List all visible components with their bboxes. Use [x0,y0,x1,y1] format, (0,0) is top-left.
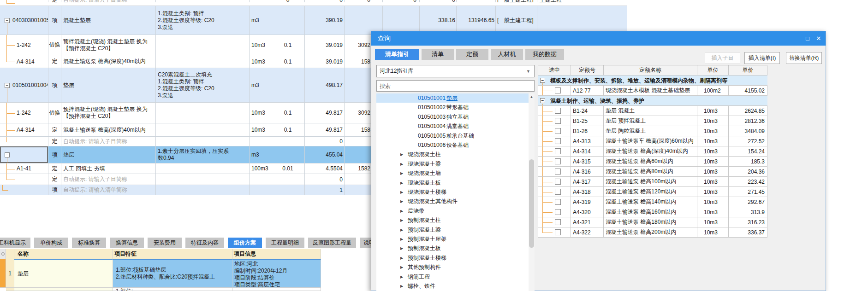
tree-leaf-item[interactable]: 010501003独立基础 [376,112,529,122]
tree-branch-item[interactable]: ▶钢筋工程 [376,272,529,281]
tree-branch-item[interactable]: ▶现浇混凝土梁 [376,159,529,169]
tree-expand-icon[interactable]: ▶ [400,265,408,269]
grid-row[interactable]: 定自动提示: 请输入子目简称00000[一般土建工程]土建工程 [0,0,627,6]
cell-feature[interactable]: 1.部位:筏板基础垫层 2.垫层材料种类、配合比:C20预拌混凝土 [113,259,232,288]
tree-expand-icon[interactable]: ▶ [400,256,408,260]
library-dropdown[interactable]: 河北12指引库 ▼ [376,65,535,77]
maximize-icon[interactable]: □ [802,31,814,46]
expand-minus-icon[interactable]: − [5,18,10,23]
tree-expand-icon[interactable]: ▶ [400,228,408,232]
expand-minus-icon[interactable]: − [5,83,10,88]
bottom-tab-2[interactable]: 单价构成 [34,238,68,248]
bottom-tab-7[interactable]: 组价方案 [228,238,262,248]
bottom-tab-8[interactable]: 工程量明细 [266,238,304,248]
cell-info[interactable]: 地区:河北 编制时间:2020年12月 项目阶段:结算价 项目类型:高层住宅 [232,259,321,288]
row-checkbox[interactable] [555,179,561,185]
tree-expand-icon[interactable]: ▶ [400,190,408,194]
close-icon[interactable]: ✕ [813,31,825,46]
dialog-tab-5[interactable]: 我的数据 [525,49,564,60]
scroll-up-icon[interactable]: ▲ [529,93,535,100]
quota-row[interactable]: A4-316混凝土输送泵 檐高80m以内10m3204.36 [538,167,767,177]
tree-branch-item[interactable]: ▶现浇混凝土其他构件 [376,197,529,206]
row-checkbox[interactable] [555,229,561,235]
quota-row[interactable]: A4-321混凝土输送泵 檐高180m以内10m3316.23 [538,217,767,227]
quota-row[interactable]: B1-24垫层 混凝土10m32624.85 [538,106,767,116]
tree-branch-item[interactable]: ▶预制混凝土屋架 [376,234,529,244]
tree-expand-icon[interactable]: ▶ [400,181,408,185]
tree-leaf-item[interactable]: 010501004满堂基础 [376,122,529,131]
dialog-tab-4[interactable]: 人材机 [491,49,523,60]
quota-row[interactable]: B1-25垫层 预拌混凝土10m32812.36 [538,116,767,126]
expand-minus-icon[interactable]: − [540,78,545,83]
tree-expand-icon[interactable]: ▶ [400,284,408,288]
row-checkbox[interactable] [555,87,561,93]
tree-expand-icon[interactable]: ▶ [400,152,408,157]
row-checkbox[interactable] [555,118,561,124]
row-checkbox[interactable] [555,199,561,205]
tree-branch-item[interactable]: ▶预制混凝土楼梯 [376,253,529,262]
tree-branch-item[interactable]: ▶现浇混凝土楼梯 [376,187,529,197]
dialog-titlebar[interactable]: 查询 □ ✕ [371,31,826,46]
bottom-tab-4[interactable]: 换算信息 [110,238,144,248]
row-checkbox[interactable] [555,128,561,134]
tree-scrollbar[interactable]: ▲ [529,93,535,291]
tree-branch-item[interactable]: ▶预制混凝土梁 [376,225,529,234]
row-checkbox[interactable] [555,169,561,175]
cell-name[interactable]: 垫层 [14,259,113,288]
row-checkbox[interactable] [555,219,561,225]
tree-branch-item[interactable]: ▶后浇带 [376,206,529,215]
quota-group-row[interactable]: −模板及支撑制作、安装、拆除、堆放、运输及清理模内杂物、刷隔离剂等 [538,76,767,86]
dialog-tab-1[interactable]: 清单指引 [375,49,419,60]
bottom-tab-5[interactable]: 安装费用 [148,238,182,248]
tree-expand-icon[interactable]: ▶ [400,275,408,279]
tree-leaf-item[interactable]: 010501006设备基础 [376,140,529,150]
bottom-tab-3[interactable]: 标准换算 [72,238,106,248]
tree-branch-item[interactable]: ▶螺栓、铁件 [376,281,529,291]
row-checkbox[interactable] [555,108,561,114]
quota-row[interactable]: A4-313混凝土输送泵车 檐高(深度)60m以内10m3272.52 [538,136,767,146]
quota-row[interactable]: B1-26垫层 陶粒混凝土10m33484.09 [538,126,767,136]
tree-leaf-item[interactable]: 010501005桩承台基础 [376,131,529,140]
quota-row[interactable]: A4-322混凝土输送泵 檐高200m以内10m3336.37 [538,227,767,238]
dialog-tab-2[interactable]: 清单 [422,49,454,60]
tree-leaf-item[interactable]: 010501001垫层 [376,93,529,103]
quota-row[interactable]: A4-315混凝土输送泵 檐高60m以内10m3185.3 [538,157,767,167]
bottom-tab-6[interactable]: 特征及内容 [185,238,224,248]
row-checkbox[interactable] [555,158,561,164]
quota-row[interactable]: A4-314混凝土输送泵 檐高(深度)40m以内10m3154.24 [538,146,767,157]
expand-minus-icon[interactable]: − [540,98,545,103]
row-checkbox[interactable] [555,189,561,195]
quota-row[interactable]: A4-320混凝土输送泵 檐高160m以内10m3313.9 [538,207,767,217]
quota-row[interactable]: A4-317混凝土输送泵 檐高100m以内10m3223.42 [538,177,767,187]
scrollbar-thumb[interactable] [529,159,534,248]
tree-branch-item[interactable]: ▶现浇混凝土墙 [376,169,529,178]
expand-minus-icon[interactable]: − [5,152,10,157]
search-input[interactable] [376,80,535,92]
quota-row[interactable]: A12-77现浇混凝土木模板 混凝土基础垫层100m24155.02 [538,86,767,96]
row-checkbox[interactable] [555,148,561,154]
tree-branch-item[interactable]: ▶现浇混凝土柱 [376,150,529,159]
tree-branch-item[interactable]: ▶预制混凝土板 [376,244,529,253]
tree-expand-icon[interactable]: ▶ [400,218,408,222]
tree-expand-icon[interactable]: ▶ [400,171,408,175]
tree-branch-item[interactable]: ▶现浇混凝土板 [376,178,529,187]
replace-list-button[interactable]: 替换清单(R) [786,52,822,64]
row-checkbox[interactable] [555,209,561,215]
quota-row[interactable]: A4-319混凝土输送泵 檐高140m以内10m3292.67 [538,197,767,207]
tree-expand-icon[interactable]: ▶ [400,199,408,204]
quota-group-row[interactable]: −混凝土制作、运输、浇筑、振捣、养护 [538,96,767,106]
tree-expand-icon[interactable]: ▶ [400,246,408,250]
bottom-tab-9[interactable]: 反查图形工程量 [308,238,356,248]
row-checkbox[interactable] [555,138,561,144]
tree-expand-icon[interactable]: ▶ [400,237,408,241]
tree-branch-item[interactable]: ▶其他预制构件 [376,262,529,272]
tree-leaf-item[interactable]: 010501002带形基础 [376,103,529,112]
tree-branch-item[interactable]: ▶预制混凝土柱 [376,215,529,225]
dialog-tab-3[interactable]: 定额 [456,49,488,60]
quota-row[interactable]: A4-318混凝土输送泵 檐高120m以内10m3271.45 [538,187,767,197]
bottom-tab-1[interactable]: 工料机显示 [0,238,30,248]
tree-expand-icon[interactable]: ▶ [400,209,408,213]
insert-list-button[interactable]: 插入清单(I) [744,52,780,64]
tree-expand-icon[interactable]: ▶ [400,162,408,166]
row-select-strip[interactable] [0,259,6,288]
